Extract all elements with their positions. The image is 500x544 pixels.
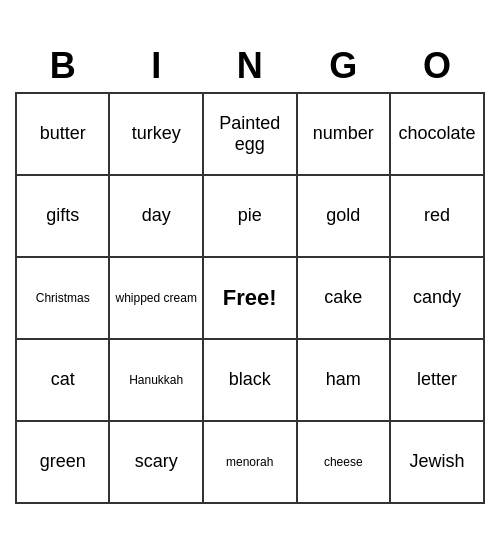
bingo-cell-0-4: chocolate bbox=[390, 93, 484, 175]
bingo-cell-1-3: gold bbox=[297, 175, 391, 257]
bingo-cell-2-3: cake bbox=[297, 257, 391, 339]
bingo-row-1: giftsdaypiegoldred bbox=[16, 175, 484, 257]
bingo-cell-1-0: gifts bbox=[16, 175, 109, 257]
bingo-cell-3-1: Hanukkah bbox=[109, 339, 202, 421]
bingo-cell-4-4: Jewish bbox=[390, 421, 484, 503]
bingo-row-3: catHanukkahblackhamletter bbox=[16, 339, 484, 421]
bingo-cell-0-0: butter bbox=[16, 93, 109, 175]
bingo-cell-3-0: cat bbox=[16, 339, 109, 421]
bingo-cell-4-0: green bbox=[16, 421, 109, 503]
bingo-row-4: greenscarymenorahcheeseJewish bbox=[16, 421, 484, 503]
header-letter-i: I bbox=[109, 41, 202, 93]
bingo-cell-2-0: Christmas bbox=[16, 257, 109, 339]
bingo-cell-0-1: turkey bbox=[109, 93, 202, 175]
bingo-row-0: butterturkeyPainted eggnumberchocolate bbox=[16, 93, 484, 175]
bingo-cell-3-3: ham bbox=[297, 339, 391, 421]
bingo-cell-3-4: letter bbox=[390, 339, 484, 421]
header-letter-n: N bbox=[203, 41, 297, 93]
header-letter-o: O bbox=[390, 41, 484, 93]
bingo-cell-1-1: day bbox=[109, 175, 202, 257]
bingo-cell-4-1: scary bbox=[109, 421, 202, 503]
header-letter-b: B bbox=[16, 41, 109, 93]
bingo-card: BINGO butterturkeyPainted eggnumberchoco… bbox=[15, 41, 485, 504]
header-letter-g: G bbox=[297, 41, 391, 93]
bingo-cell-0-2: Painted egg bbox=[203, 93, 297, 175]
bingo-header-row: BINGO bbox=[16, 41, 484, 93]
bingo-cell-2-1: whipped cream bbox=[109, 257, 202, 339]
bingo-cell-2-4: candy bbox=[390, 257, 484, 339]
bingo-row-2: Christmaswhipped creamFree!cakecandy bbox=[16, 257, 484, 339]
bingo-cell-3-2: black bbox=[203, 339, 297, 421]
bingo-cell-1-2: pie bbox=[203, 175, 297, 257]
bingo-cell-4-2: menorah bbox=[203, 421, 297, 503]
bingo-cell-2-2: Free! bbox=[203, 257, 297, 339]
bingo-cell-0-3: number bbox=[297, 93, 391, 175]
bingo-cell-4-3: cheese bbox=[297, 421, 391, 503]
bingo-cell-1-4: red bbox=[390, 175, 484, 257]
